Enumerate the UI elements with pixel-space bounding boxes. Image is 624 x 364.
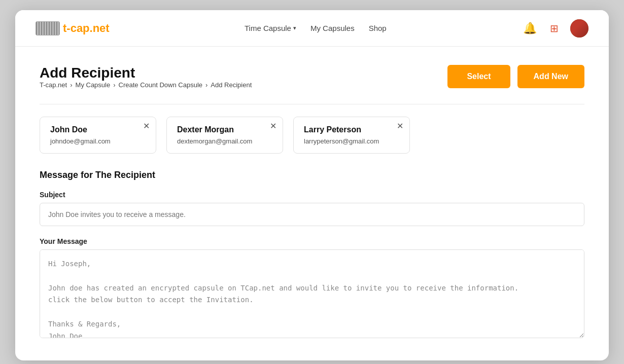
recipient-name-1: John Doe [50,125,146,134]
recipient-name-2: Dexter Morgan [177,125,272,134]
avatar[interactable] [570,19,588,38]
nav-icons: 🔔 ⊞ [522,19,588,38]
logo-brand: t-cap [63,22,90,34]
remove-recipient-1-button[interactable]: ✕ [143,122,150,130]
message-textarea[interactable]: Hi Joseph, John doe has created an encry… [40,249,584,338]
subject-label: Subject [40,191,584,199]
subject-input[interactable] [40,203,584,226]
recipient-email-1: johndoe@gmail.com [50,137,146,145]
page-title: Add Recipient [40,65,252,81]
title-breadcrumb-group: Add Recipient T-cap.net › My Capsule › C… [40,65,252,99]
breadcrumb-sep-1: › [70,81,72,89]
your-message-label: Your Message [40,237,584,245]
page-header: Add Recipient T-cap.net › My Capsule › C… [40,65,584,99]
bell-icon-button[interactable]: 🔔 [522,20,539,37]
logo-icon [36,21,60,35]
chevron-down-icon: ▾ [293,25,296,31]
navbar: t-cap.net Time Capsule ▾ My Capsules Sho… [15,10,609,47]
grid-icon: ⊞ [550,22,559,34]
add-new-button[interactable]: Add New [517,65,584,88]
breadcrumb-item-4: Add Recipient [211,81,252,89]
message-section: Message for The Recipient Subject Your M… [40,170,584,340]
nav-link-my-capsules[interactable]: My Capsules [310,24,355,32]
nav-link-time-capsule[interactable]: Time Capsule ▾ [245,24,296,32]
select-button[interactable]: Select [447,65,510,88]
recipient-email-2: dextemorgan@gmail.com [177,137,272,145]
logo-text: t-cap.net [63,22,110,35]
recipient-cards: ✕ John Doe johndoe@gmail.com ✕ Dexter Mo… [40,117,584,154]
breadcrumb: T-cap.net › My Capsule › Create Count Do… [40,81,252,89]
divider [40,104,584,104]
remove-recipient-2-button[interactable]: ✕ [270,122,276,130]
message-section-title: Message for The Recipient [40,170,584,180]
breadcrumb-item-1: T-cap.net [40,81,67,89]
app-window: t-cap.net Time Capsule ▾ My Capsules Sho… [15,10,609,360]
nav-links: Time Capsule ▾ My Capsules Shop [245,24,387,32]
nav-link-shop[interactable]: Shop [369,24,387,32]
logo-area: t-cap.net [36,21,110,35]
bell-icon: 🔔 [523,22,537,35]
recipient-name-3: Larry Peterson [304,125,399,134]
breadcrumb-item-3: Create Count Down Capsule [119,81,202,89]
logo-domain: .net [90,22,110,34]
breadcrumb-sep-3: › [205,81,207,89]
header-buttons: Select Add New [447,65,584,88]
breadcrumb-sep-2: › [113,81,115,89]
breadcrumb-item-2: My Capsule [76,81,111,89]
remove-recipient-3-button[interactable]: ✕ [397,122,403,130]
grid-icon-button[interactable]: ⊞ [546,20,563,37]
main-content: Add Recipient T-cap.net › My Capsule › C… [15,47,609,360]
avatar-image [570,19,588,38]
recipient-card-2: ✕ Dexter Morgan dextemorgan@gmail.com [166,117,283,154]
recipient-card-3: ✕ Larry Peterson larrypeterson@gmail.com [293,117,410,154]
recipient-card-1: ✕ John Doe johndoe@gmail.com [40,117,156,154]
recipient-email-3: larrypeterson@gmail.com [304,137,399,145]
